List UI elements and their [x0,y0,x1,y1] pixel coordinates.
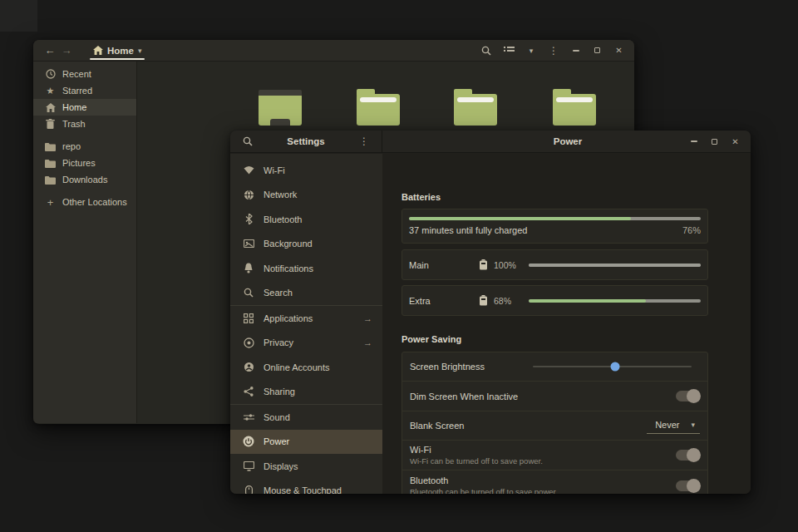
sidebar-item-label: Pictures [62,158,96,168]
privacy-icon [243,337,254,348]
sidebar-item-recent[interactable]: Recent [33,66,136,82]
close-button[interactable]: ✕ [612,43,626,57]
menu-kebab-icon[interactable]: ⋮ [546,43,561,58]
folder-icon [553,94,596,126]
slider-handle[interactable] [611,362,620,372]
minimize-button[interactable] [687,135,701,149]
bluetooth-row: Bluetooth Bluetooth can be turned off to… [402,470,707,494]
settings-item-notifications[interactable]: Notifications [230,256,382,281]
settings-item-online-accounts[interactable]: Online Accounts [230,355,382,380]
settings-item-network[interactable]: Network [230,183,382,208]
mouse-icon [243,485,254,494]
toggle-knob [687,479,701,493]
view-options-chevron-icon[interactable]: ▾ [524,43,539,58]
battery-icon [479,259,488,270]
battery-levelbar [529,264,701,267]
sidebar-item-pictures[interactable]: Pictures [33,155,136,171]
dropdown-value: Never [655,420,679,430]
sidebar-item-label: repo [62,141,81,151]
folder-icon [45,141,56,152]
battery-charging-card: 37 minutes until fully charged 76% [401,209,708,244]
forward-button[interactable]: → [58,43,75,58]
home-icon [45,102,56,113]
search-icon[interactable] [240,134,255,149]
settings-item-label: Applications [264,313,313,323]
folder-icon [45,175,56,185]
settings-item-label: Background [264,239,313,249]
maximize-button[interactable] [590,43,604,57]
batteries-heading: Batteries [401,192,441,202]
globe-icon [243,189,254,200]
power-icon [243,436,254,447]
charging-status: 37 minutes until fully charged [409,225,527,235]
files-sidebar: Recent ★ Starred Home Trash repo [33,62,137,423]
home-icon [93,46,103,55]
battery-extra-card: Extra 68% [401,285,708,316]
chevron-right-icon: → [363,313,372,323]
share-icon [243,386,254,397]
desktop: ← → Home ▾ ▾ ⋮ ✕ [0,0,798,532]
maximize-button[interactable] [707,135,722,149]
sidebar-item-trash[interactable]: Trash [33,116,136,132]
bluetooth-toggle[interactable] [676,480,700,491]
power-saving-heading: Power Saving [401,334,461,344]
trash-icon [45,119,56,130]
wallpaper-patch [0,0,37,32]
brightness-slider[interactable] [533,366,692,367]
bluetooth-label: Bluetooth [410,475,558,485]
sidebar-item-label: Starred [62,86,92,96]
files-headerbar: ← → Home ▾ ▾ ⋮ ✕ [33,40,634,62]
dim-screen-label: Dim Screen When Inactive [410,392,518,401]
menu-kebab-icon[interactable]: ⋮ [357,134,372,149]
sidebar-item-downloads[interactable]: Downloads [33,171,136,188]
sidebar-item-other-locations[interactable]: + Other Locations [33,194,136,210]
settings-item-label: Privacy [264,337,293,347]
settings-item-label: Bluetooth [264,214,302,224]
settings-item-wifi[interactable]: Wi-Fi [230,158,382,183]
blank-screen-label: Blank Screen [410,421,464,431]
minimize-button[interactable] [569,43,583,57]
dim-screen-toggle[interactable] [676,391,700,401]
settings-item-bluetooth[interactable]: Bluetooth [230,207,382,232]
brightness-row: Screen Brightness [402,352,707,382]
search-icon[interactable] [479,43,494,58]
charging-percent: 76% [682,225,701,235]
battery-percent: 100% [494,260,524,270]
folder-icon [45,158,56,169]
back-button[interactable]: ← [42,43,58,58]
toggle-knob [687,448,701,462]
list-view-icon[interactable] [501,43,516,58]
battery-levelbar [529,299,701,303]
settings-item-label: Power [264,436,289,446]
sound-levels-icon [243,411,254,423]
wifi-toggle[interactable] [676,450,700,461]
settings-item-applications[interactable]: Applications → [230,306,382,331]
breadcrumb-label: Home [107,46,134,56]
battery-name: Main [409,260,479,270]
settings-item-search[interactable]: Search [230,281,382,306]
plus-icon: + [45,197,56,208]
sidebar-item-repo[interactable]: repo [33,138,136,155]
sidebar-item-starred[interactable]: ★ Starred [33,82,136,99]
bluetooth-icon [243,214,254,225]
sidebar-item-home[interactable]: Home [33,99,136,116]
blank-screen-dropdown[interactable]: Never ▾ [647,417,700,434]
settings-item-privacy[interactable]: Privacy → [230,331,382,356]
settings-item-background[interactable]: Background [230,232,382,257]
settings-item-mouse-touchpad[interactable]: Mouse & Touchpad [230,479,382,495]
settings-item-sound[interactable]: Sound [230,405,382,430]
settings-item-sharing[interactable]: Sharing [230,380,382,405]
search-icon [243,287,254,298]
breadcrumb[interactable]: Home ▾ [86,40,148,61]
wifi-row: Wi-Fi Wi-Fi can be turned off to save po… [402,441,707,470]
blank-screen-row: Blank Screen Never ▾ [402,411,707,441]
power-panel: Batteries 37 minutes until fully charged… [383,154,751,494]
settings-item-label: Displays [264,461,298,471]
settings-item-power[interactable]: Power [230,430,382,455]
close-button[interactable]: ✕ [728,135,742,149]
sidebar-item-label: Home [62,102,86,112]
settings-item-displays[interactable]: Displays [230,454,382,479]
settings-item-label: Wi-Fi [264,165,285,175]
power-saving-card: Screen Brightness Dim Screen When Inacti… [401,352,708,494]
online-accounts-icon [243,362,254,373]
